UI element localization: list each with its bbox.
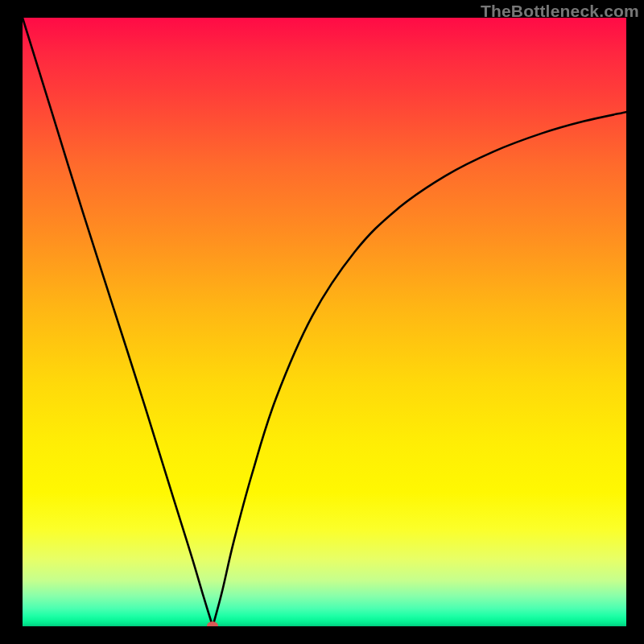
curve-svg [23,18,626,626]
notch-marker [207,621,218,626]
bottleneck-curve [23,18,626,626]
chart-frame: TheBottleneck.com [0,0,644,644]
watermark-text: TheBottleneck.com [481,2,639,21]
plot-area [23,18,626,626]
